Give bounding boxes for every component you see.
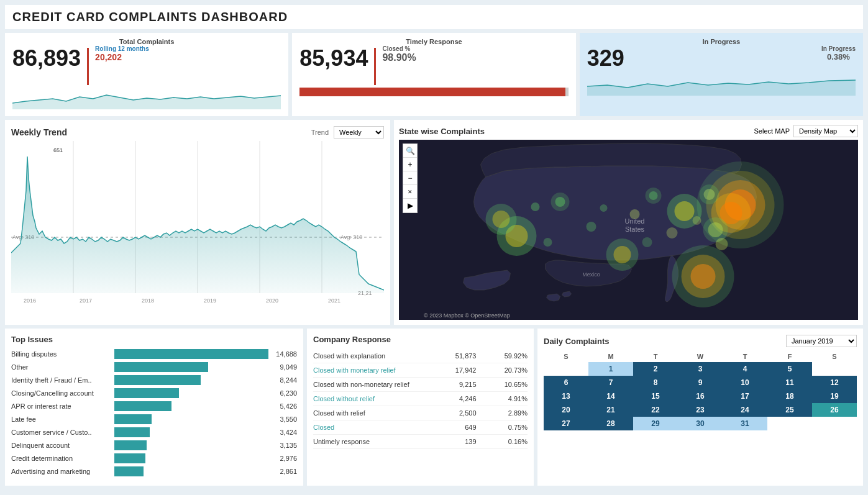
trend-title: Weekly Trend — [11, 127, 67, 137]
calendar-day-cell[interactable]: 15 — [633, 389, 678, 403]
inprogress-sparkline — [587, 74, 856, 96]
svg-point-37 — [486, 204, 517, 235]
calendar-day-cell[interactable]: 26 — [812, 403, 857, 417]
response-pct: 20.73% — [496, 366, 528, 374]
calendar-day-cell[interactable]: 24 — [723, 403, 767, 417]
calendar-day-header: T — [633, 351, 678, 362]
issue-row: Credit determination 2,976 — [11, 453, 297, 463]
calendar-day-cell[interactable]: 17 — [723, 389, 767, 403]
calendar-day-cell[interactable]: 9 — [678, 376, 723, 389]
calendar-day-cell[interactable]: 28 — [588, 417, 633, 430]
svg-marker-0 — [12, 95, 281, 109]
kpi-closed-value: 98.90% — [382, 52, 416, 63]
kpi-inprogress-sub-label: In Progress — [821, 45, 856, 52]
svg-text:2018: 2018 — [142, 297, 154, 302]
trend-right: Trend Weekly Monthly Daily — [311, 126, 384, 139]
issue-row: Late fee 3,550 — [11, 414, 297, 424]
response-count: 17,942 — [445, 366, 477, 374]
map-zoom-in-btn[interactable]: + — [403, 158, 417, 171]
calendar-day-cell — [812, 362, 857, 376]
issue-row: APR or interest rate 5,426 — [11, 401, 297, 411]
calendar-day-cell[interactable]: 19 — [812, 389, 857, 403]
issue-bar-container — [114, 414, 268, 424]
issue-bar — [114, 427, 150, 437]
issue-value: 2,976 — [272, 455, 297, 462]
response-list: Closed with explanation 51,873 59.92% Cl… — [313, 349, 528, 449]
issue-row: Delinquent account 3,135 — [11, 440, 297, 450]
calendar-day-cell[interactable]: 12 — [812, 376, 857, 389]
calendar-day-cell[interactable]: 23 — [678, 403, 723, 417]
calendar-day-cell[interactable]: 20 — [544, 403, 588, 417]
calendar-day-cell[interactable]: 1 — [588, 362, 633, 376]
issue-bar-container — [114, 401, 268, 411]
calendar-day-cell[interactable]: 25 — [767, 403, 812, 417]
map-search-btn[interactable]: 🔍 — [403, 144, 417, 158]
issue-row: Billing disputes 14,688 — [11, 349, 297, 359]
bottom-row: Top Issues Billing disputes 14,688 Other… — [5, 329, 863, 486]
issue-bar-container — [114, 427, 268, 437]
svg-text:2019: 2019 — [204, 297, 216, 302]
issue-value: 5,426 — [272, 402, 297, 410]
calendar-day-cell[interactable]: 30 — [678, 417, 723, 430]
response-label: Closed with relief — [313, 409, 425, 417]
svg-text:651: 651 — [53, 147, 63, 153]
map-type-dropdown[interactable]: Density Map Bubble Map Choropleth — [793, 125, 858, 137]
calendar-day-cell[interactable]: 2 — [633, 362, 678, 376]
trend-chart-svg: Avg: 310 Avg: 310 651 21,21 2016 2017 20… — [11, 141, 384, 302]
calendar-month-dropdown[interactable]: January 2019 February 2019 — [786, 335, 857, 347]
response-row: Closed with explanation 51,873 59.92% — [313, 349, 528, 363]
map-controls: Select MAP Density Map Bubble Map Chorop… — [754, 125, 858, 137]
issue-bar-container — [114, 388, 268, 398]
calendar-day-cell[interactable]: 3 — [678, 362, 723, 376]
response-label: Closed with monetary relief — [313, 366, 425, 374]
calendar-day-cell[interactable]: 18 — [767, 389, 812, 403]
timely-progress-fill — [299, 88, 565, 96]
calendar-day-cell[interactable]: 7 — [588, 376, 633, 389]
calendar-day-cell[interactable]: 8 — [633, 376, 678, 389]
issue-bar — [114, 440, 147, 450]
calendar-day-cell[interactable]: 11 — [767, 376, 812, 389]
calendar-day-cell[interactable]: 21 — [588, 403, 633, 417]
response-pct: 0.75% — [496, 424, 528, 431]
kpi-divider — [87, 48, 89, 85]
svg-point-48 — [716, 238, 728, 250]
calendar-day-cell[interactable]: 16 — [678, 389, 723, 403]
trend-dropdown[interactable]: Weekly Monthly Daily — [334, 126, 384, 139]
map-forward-btn[interactable]: ▶ — [403, 199, 417, 212]
response-row: Closed with monetary relief 17,942 20.73… — [313, 363, 528, 378]
map-zoom-out-btn[interactable]: − — [403, 171, 417, 185]
map-toolbar: 🔍 + − ✕ ▶ — [403, 143, 418, 213]
calendar-day-cell[interactable]: 29 — [633, 417, 678, 430]
dashboard: CREDIT CARD COMPLAINTS DASHBOARD Total C… — [0, 0, 868, 495]
issue-row: Other 9,049 — [11, 362, 297, 372]
calendar-day-cell[interactable]: 31 — [723, 417, 767, 430]
issue-row: Closing/Cancelling account 6,230 — [11, 388, 297, 398]
response-row: Closed with non-monetary relief 9,215 10… — [313, 378, 528, 392]
response-pct: 59.92% — [496, 352, 528, 360]
issue-bar-container — [114, 375, 268, 385]
issue-label: Advertising and marketing — [11, 468, 111, 475]
calendar-day-cell[interactable]: 5 — [767, 362, 812, 376]
issue-bar-container — [114, 440, 268, 450]
issue-label: APR or interest rate — [11, 402, 111, 410]
calendar-day-cell[interactable]: 6 — [544, 376, 588, 389]
calendar-day-cell[interactable]: 10 — [723, 376, 767, 389]
issue-label: Billing disputes — [11, 350, 111, 358]
issue-label: Identity theft / Fraud / Em.. — [11, 376, 111, 384]
response-label: Closed — [313, 424, 425, 431]
calendar-day-cell[interactable]: 4 — [723, 362, 767, 376]
calendar-day-cell[interactable]: 13 — [544, 389, 588, 403]
calendar-week-row: 6789101112 — [544, 376, 857, 389]
trend-header: Weekly Trend Trend Weekly Monthly Daily — [11, 126, 384, 139]
map-reset-btn[interactable]: ✕ — [403, 185, 417, 199]
calendar-day-cell[interactable]: 14 — [588, 389, 633, 403]
svg-point-53 — [642, 237, 652, 247]
calendar-day-header: F — [767, 351, 812, 362]
issue-bar — [114, 466, 144, 476]
calendar-day-cell[interactable]: 27 — [544, 417, 588, 430]
calendar-header: Daily Complaints January 2019 February 2… — [544, 335, 857, 347]
issue-value: 3,135 — [272, 442, 297, 449]
issues-card: Top Issues Billing disputes 14,688 Other… — [5, 329, 303, 486]
calendar-day-cell[interactable]: 22 — [633, 403, 678, 417]
svg-point-45 — [587, 222, 596, 232]
